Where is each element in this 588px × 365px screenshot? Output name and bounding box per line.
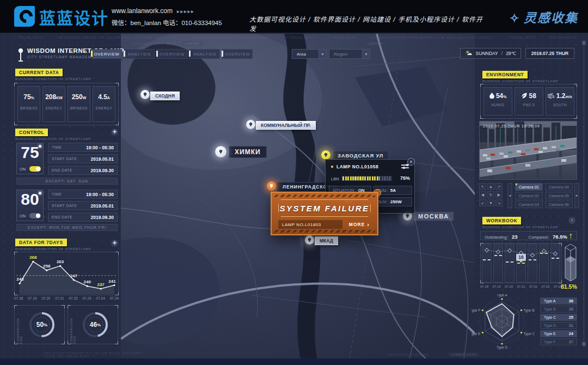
type-row-a[interactable]: Type A36 — [540, 297, 577, 305]
stat-energy-kw: 208KWENERGY — [42, 86, 65, 122]
lbn-label: LBN — [331, 177, 339, 181]
type-row-d[interactable]: Type D31 — [540, 322, 577, 329]
lamp-pin[interactable] — [305, 235, 314, 245]
tab-overview-1[interactable]: OVERVIEW — [91, 49, 122, 59]
tab-overview-3[interactable]: OVERVIEW — [222, 49, 253, 59]
type-row-c[interactable]: Type C25 — [540, 314, 577, 321]
pan-up-left-button[interactable]: ↖ — [479, 183, 486, 190]
leaf-icon — [522, 93, 527, 99]
scrollbar[interactable] — [583, 41, 585, 346]
droplet-icon — [489, 93, 494, 99]
workbook-cylinder — [564, 243, 577, 283]
pan-left-button[interactable]: ◀ — [479, 191, 486, 198]
pan-down-button[interactable]: ▼ — [487, 199, 494, 206]
svg-text:Type B: Type B — [524, 308, 535, 313]
camera-button-4[interactable]: Camera 04 — [545, 183, 573, 191]
camera-button-1[interactable]: Camera 01 — [515, 183, 543, 191]
current-data-label: CURRENT DATA — [15, 69, 63, 76]
contact-info: 微信：ben_lanlan 电话：010-63334945 — [112, 18, 222, 27]
lamp-pin-failure[interactable] — [267, 181, 276, 191]
pan-up-right-button[interactable]: ↗ — [495, 183, 503, 190]
lanlan-logo-icon — [14, 6, 35, 27]
sliders-icon[interactable] — [401, 164, 409, 169]
area-dropdown[interactable]: Area▼ — [292, 49, 327, 59]
camera-video-scene — [480, 121, 577, 179]
type-row-f[interactable]: Type F37 — [540, 338, 577, 345]
camera-list-prev-button[interactable]: ◂ — [507, 183, 512, 208]
lamp-pin[interactable] — [246, 120, 255, 129]
map-label-kommunalny[interactable]: КОММУНАЛЬНЫЙ ПР. — [256, 121, 316, 130]
pan-down-right-button[interactable]: ↘ — [495, 199, 503, 206]
workbook-next-button[interactable]: › — [568, 217, 575, 224]
svg-text:Type A: Type A — [497, 294, 508, 297]
svg-text:247: 247 — [70, 273, 78, 278]
camera-button-2[interactable]: Camera 02 — [515, 192, 543, 199]
deco-top-strip: ☐ TRAVEL BOTHTHE ROADS DIVERGED IN A YEL… — [14, 36, 575, 39]
camera-timestamp: 2019.07.25 THUR 18:26:09 — [483, 124, 540, 128]
camera-list-next-button[interactable]: ▸ — [574, 183, 579, 208]
brightness-bar-fill — [342, 177, 379, 180]
control-add-button[interactable]: ✚ — [111, 129, 118, 136]
stat-humidity: 54% HUMID — [483, 87, 512, 115]
map-label-mkad[interactable]: МКАД — [315, 236, 338, 245]
map-label-khimki[interactable]: ХИМКИ — [229, 146, 267, 158]
workbook-label: WORKBOOK — [482, 217, 521, 224]
camera-button-3[interactable]: Camera 03 — [515, 200, 543, 208]
brightness-bar[interactable] — [342, 176, 392, 181]
svg-text:Type D: Type D — [497, 345, 508, 350]
start-date-row: START DATE2019.05.01 — [48, 201, 118, 210]
info-close-button[interactable]: × — [407, 158, 415, 166]
comparison-gauge-2: COMPARISON FOR 46% — [68, 305, 118, 344]
svg-text:240: 240 — [84, 279, 91, 284]
deco-bottom-strip: TWO ROADS DIVERGED IN A YELLOW WOOD, AND… — [44, 351, 577, 358]
svg-text:Type F: Type F — [471, 308, 481, 313]
control-label: CONTROL — [15, 129, 48, 136]
lamp-info-title: LAMP NO.L01058 — [336, 164, 378, 169]
refresh-button[interactable]: ↻ — [487, 191, 494, 198]
stat-energy-a: 4.5AENERGY — [93, 86, 115, 122]
camera-video[interactable]: 2019.07.25 THUR 18:26:09 — [479, 121, 577, 180]
workbook-tooltip: 16 — [516, 254, 526, 261]
control-subtitle: RUNNING CONDITION OF STREETLAMP — [15, 137, 91, 141]
map-label-moskva[interactable]: МОСКВА — [414, 212, 454, 221]
inspiration-link[interactable]: ✧灵感收集 — [510, 8, 578, 26]
pan-down-left-button[interactable]: ↙ — [479, 199, 486, 206]
chevron-right-icon: › — [367, 221, 370, 228]
toggle-switch[interactable] — [29, 166, 41, 172]
pan-right-button[interactable]: ▶ — [495, 191, 503, 198]
bulb-icon — [143, 92, 148, 97]
tab-analysis-1[interactable]: ANALYSIS — [124, 49, 155, 59]
map-label-zavodskaya[interactable]: ЗАВОДСКАЯ УЛ — [333, 151, 388, 160]
environment-subtitle: RUNNING CONDITION OF STREETLAMP — [482, 80, 559, 83]
streetlamp-icon — [17, 48, 24, 62]
stat-pm25: 58 PM2.5 — [514, 87, 543, 115]
deco-top-strip2: COULD NOT TRAVEL BOTHLIGHTED — [131, 41, 208, 46]
more-button[interactable]: MORE› — [349, 220, 370, 229]
camera-button-6[interactable]: Camera 06 — [545, 200, 573, 208]
logo-text: 蓝蓝设计 — [39, 5, 109, 29]
region-dropdown[interactable]: Region▼ — [329, 49, 370, 59]
map-label-skhodnya[interactable]: СХОДНЯ — [150, 92, 180, 100]
end-date-row: END DATE2019.09.30 — [48, 166, 118, 175]
page-subtitle: CITY STREETLAMP MANAGEMENT — [27, 55, 100, 59]
tab-overview-2[interactable]: OVERVIEW — [157, 49, 187, 59]
svg-text:263: 263 — [57, 259, 64, 264]
arrows-icon: ▸▸▸▸▸ — [177, 9, 195, 14]
time-row: TIME19:00 - 05:30 — [48, 143, 118, 152]
seven-days-subtitle: RUNNING CONDITION OF STREETLAMP — [15, 247, 91, 251]
type-row-e[interactable]: Type E24 — [540, 330, 577, 337]
time-row: TIME19:00 - 05:30 — [48, 190, 118, 199]
lamp-pin[interactable] — [215, 146, 226, 157]
lamp-pin-selected[interactable] — [321, 150, 330, 160]
up-arrow-icon: ↑ — [568, 231, 573, 240]
pan-up-button[interactable]: ▲ — [487, 183, 494, 190]
lamp-pin[interactable] — [140, 90, 150, 99]
tab-analysis-2[interactable]: ANALYSIS — [189, 49, 220, 59]
seven-days-add-button[interactable]: ✚ — [111, 240, 118, 247]
toggle-switch[interactable] — [29, 213, 41, 218]
type-row-b[interactable]: Type B28 — [540, 306, 577, 313]
camera-button-5[interactable]: Camera 05 — [545, 192, 573, 199]
end-date-row: END DATE2019.09.30 — [48, 212, 118, 222]
site-url[interactable]: www.lanlanwork.com▸▸▸▸▸ — [112, 7, 195, 15]
current-data-subtitle: RUNNING CONDITION OF STREETLAMP — [15, 77, 91, 81]
